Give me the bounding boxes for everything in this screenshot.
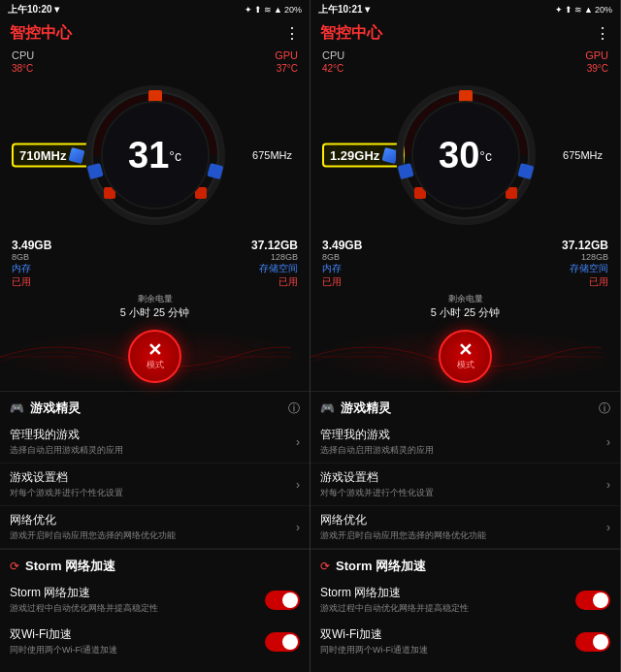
phone-panel-right: 上午10:21 ▾ ✦ ⬆ ≋ ▲ 20% 智控中心 ⋮ CPU GPU 42°…: [310, 0, 621, 672]
x-mode-button[interactable]: ✕ 模式: [439, 330, 492, 383]
battery-label: 剩余电量: [8, 293, 302, 305]
toggle-0[interactable]: [575, 591, 610, 610]
game-item-title-1: 游戏设置档: [320, 469, 606, 486]
memory-storage-row: 3.49GB 8GB 内存 已用 37.12GB 128GB 存储空间 已用: [318, 237, 612, 291]
app-header: 智控中心 ⋮: [310, 19, 620, 49]
more-options-icon[interactable]: ⋮: [284, 24, 300, 43]
game-item-desc-2: 游戏开启时自动应用您选择的网络优化功能: [320, 529, 606, 542]
game-list-item-0[interactable]: 管理我的游戏 选择自动启用游戏精灵的应用 ›: [0, 421, 310, 464]
cpu-freq-highlight: 710MHz: [12, 144, 91, 168]
cpu-gpu-temp-row: 42°C 39°C: [318, 63, 612, 74]
x-mode-area: ✕ 模式: [310, 322, 620, 391]
game-item-title-2: 网络优化: [320, 512, 606, 528]
memory-storage-row: 3.49GB 8GB 内存 已用 37.12GB 128GB 存储空间 已用: [8, 237, 302, 291]
game-info-icon[interactable]: ⓘ: [288, 400, 300, 417]
cpu-gpu-label-row: CPU GPU: [318, 49, 612, 61]
mode-label: 模式: [457, 359, 474, 371]
game-list-item-2[interactable]: 网络优化 游戏开启时自动应用您选择的网络优化功能 ›: [310, 506, 620, 549]
cpu-temp: 38°C: [12, 63, 33, 74]
memory-label: 内存: [322, 262, 362, 275]
storage-section: 37.12GB 128GB 存储空间 已用: [251, 239, 298, 289]
status-time: 上午10:21 ▾: [318, 3, 370, 16]
toggle-knob-0: [593, 592, 608, 608]
toggle-0[interactable]: [265, 591, 300, 610]
cpu-gpu-label-row: CPU GPU: [8, 49, 302, 61]
game-item-content-0: 管理我的游戏 选择自动启用游戏精灵的应用: [10, 427, 296, 457]
storage-total: 128GB: [251, 252, 298, 262]
game-section-header: 🎮 游戏精灵 ⓘ: [310, 392, 620, 421]
storm-item-desc-1: 同时使用两个Wi-Fi通道加速: [320, 644, 575, 656]
app-header: 智控中心 ⋮: [0, 19, 310, 49]
storm-item-0[interactable]: Storm 网络加速 游戏过程中自动优化网络并提高稳定性: [310, 579, 620, 621]
gpu-label: GPU: [585, 49, 608, 61]
game-list-item-1[interactable]: 游戏设置档 对每个游戏并进行个性化设置 ›: [310, 464, 620, 506]
toggle-1[interactable]: [575, 632, 610, 652]
game-item-content-1: 游戏设置档 对每个游戏并进行个性化设置: [320, 469, 606, 499]
memory-sublabel: 已用: [12, 275, 51, 289]
wifi-status-icon: ≋: [574, 5, 582, 15]
memory-total: 8GB: [12, 252, 51, 262]
battery-icon: 20%: [284, 5, 302, 15]
game-item-content-1: 游戏设置档 对每个游戏并进行个性化设置: [10, 469, 296, 499]
storm-item-title-1: 双Wi-Fi加速: [320, 626, 575, 643]
gpu-freq-box: 675MHz: [246, 146, 298, 164]
storm-item-0[interactable]: Storm 网络加速 游戏过程中自动优化网络并提高稳定性: [0, 579, 310, 621]
center-temp: 30: [439, 135, 479, 176]
game-list-item-0[interactable]: 管理我的游戏 选择自动启用游戏精灵的应用 ›: [310, 421, 620, 464]
storm-item-1[interactable]: 双Wi-Fi加速 同时使用两个Wi-Fi通道加速: [310, 621, 620, 662]
storm-item-title-0: Storm 网络加速: [320, 585, 575, 601]
more-options-icon[interactable]: ⋮: [595, 24, 610, 43]
chevron-icon-1: ›: [296, 478, 300, 492]
storm-title-row: ⟳ Storm 网络加速: [320, 558, 426, 575]
game-info-icon[interactable]: ⓘ: [599, 400, 610, 417]
mode-label: 模式: [147, 359, 164, 371]
game-list-item-1[interactable]: 游戏设置档 对每个游戏并进行个性化设置 ›: [0, 464, 310, 506]
game-section-title: 游戏精灵: [30, 400, 81, 417]
app-title: 智控中心: [320, 23, 382, 44]
memory-sublabel: 已用: [322, 275, 362, 289]
battery-time: 5 小时 25 分钟: [318, 305, 612, 320]
storage-label: 存储空间: [562, 262, 608, 275]
gpu-temp: 39°C: [587, 63, 608, 74]
temp-display-wrapper: 31°c: [128, 135, 181, 176]
status-icons: ✦ ⬆ ≋ ▲ 20%: [555, 5, 612, 15]
storm-wifi-icon: ⟳: [10, 560, 19, 573]
temp-unit: °c: [479, 148, 492, 164]
gauge-area: 1.29GHz 675MHz: [318, 78, 612, 233]
storm-item-desc-1: 同时使用两个Wi-Fi通道加速: [10, 644, 265, 656]
app-title: 智控中心: [10, 23, 72, 44]
game-title-row: 🎮 游戏精灵: [320, 400, 391, 417]
chevron-icon-2: ›: [606, 521, 610, 534]
storm-wifi-icon: ⟳: [320, 560, 330, 573]
x-mode-button[interactable]: ✕ 模式: [128, 330, 181, 383]
storage-section: 37.12GB 128GB 存储空间 已用: [562, 239, 608, 289]
storm-section: ⟳ Storm 网络加速 Storm 网络加速 游戏过程中自动优化网络并提高稳定…: [0, 550, 310, 662]
game-item-content-0: 管理我的游戏 选择自动启用游戏精灵的应用: [320, 427, 606, 457]
game-item-desc-2: 游戏开启时自动应用您选择的网络优化功能: [10, 529, 296, 542]
storm-item-content-0: Storm 网络加速 游戏过程中自动优化网络并提高稳定性: [320, 585, 575, 615]
signal-icon: ⬆: [565, 5, 572, 15]
toggle-knob-1: [282, 634, 298, 650]
game-item-desc-0: 选择自动启用游戏精灵的应用: [320, 444, 606, 457]
memory-used: 3.49GB: [322, 239, 362, 252]
gauge-container: 30°c: [393, 82, 539, 228]
game-list-item-2[interactable]: 网络优化 游戏开启时自动应用您选择的网络优化功能 ›: [0, 506, 310, 549]
temp-display-wrapper: 30°c: [439, 135, 492, 176]
cpu-freq-value: 1.29GHz: [330, 148, 379, 163]
cpu-label: CPU: [322, 49, 344, 61]
phone-panel-left: 上午10:20 ▾ ✦ ⬆ ≋ ▲ 20% 智控中心 ⋮ CPU GPU 38°…: [0, 0, 310, 672]
storm-item-1[interactable]: 双Wi-Fi加速 同时使用两个Wi-Fi通道加速: [0, 621, 310, 662]
bt-icon: ✦: [245, 5, 252, 15]
cpu-gpu-temp-row: 38°C 37°C: [8, 63, 302, 74]
storage-sublabel: 已用: [562, 275, 608, 289]
memory-section: 3.49GB 8GB 内存 已用: [12, 239, 51, 289]
x-icon: ✕: [458, 341, 473, 359]
wifi-status-icon: ≋: [264, 5, 272, 15]
battery-section: 剩余电量 5 小时 25 分钟: [318, 291, 612, 322]
toggle-1[interactable]: [265, 632, 300, 652]
memory-used: 3.49GB: [12, 239, 51, 252]
status-bar: 上午10:20 ▾ ✦ ⬆ ≋ ▲ 20%: [0, 0, 310, 19]
gauge-container: 31°c: [82, 82, 228, 228]
cpu-freq-value: 710MHz: [19, 148, 66, 163]
game-item-content-2: 网络优化 游戏开启时自动应用您选择的网络优化功能: [10, 512, 296, 542]
